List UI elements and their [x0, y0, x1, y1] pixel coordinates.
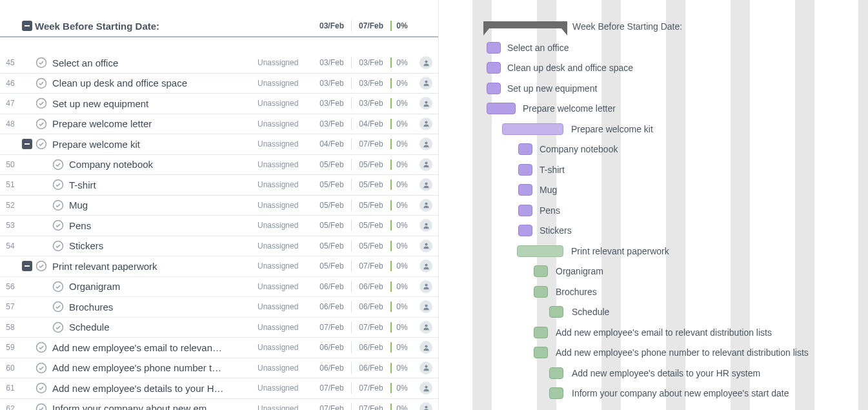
gantt-bar[interactable]: [534, 347, 548, 358]
collapse-icon[interactable]: [22, 21, 32, 31]
gantt-bar[interactable]: [487, 83, 501, 94]
check-circle-icon[interactable]: [35, 382, 47, 394]
assign-user-icon[interactable]: [419, 77, 432, 90]
assignee[interactable]: Unassigned: [257, 282, 312, 291]
assignee[interactable]: Unassigned: [257, 201, 312, 210]
task-title[interactable]: Stickers: [66, 240, 257, 251]
progress-pct[interactable]: 0%: [390, 261, 414, 271]
task-title[interactable]: T-shirt: [66, 179, 257, 190]
gantt-bar[interactable]: [502, 123, 563, 135]
end-date[interactable]: 07/Feb: [352, 323, 390, 332]
task-title[interactable]: Schedule: [66, 322, 257, 333]
task-title[interactable]: Set up new equipment: [49, 98, 257, 109]
end-date[interactable]: 03/Feb: [352, 79, 390, 88]
assignee[interactable]: Unassigned: [257, 364, 312, 373]
start-date[interactable]: 03/Feb: [312, 99, 351, 108]
assignee[interactable]: Unassigned: [257, 384, 312, 393]
task-title[interactable]: Mug: [66, 200, 257, 210]
gantt-bar[interactable]: [534, 265, 548, 277]
check-circle-icon[interactable]: [35, 403, 47, 410]
start-date[interactable]: 03/Feb: [312, 119, 351, 128]
progress-pct[interactable]: 0%: [390, 364, 414, 373]
progress-pct[interactable]: 0%: [390, 221, 414, 230]
task-title[interactable]: Organigram: [66, 281, 257, 292]
progress-pct[interactable]: 0%: [390, 180, 414, 189]
end-date[interactable]: 07/Feb: [352, 261, 390, 271]
end-date[interactable]: 04/Feb: [352, 119, 390, 128]
assignee[interactable]: Unassigned: [257, 79, 312, 88]
assign-user-icon[interactable]: [419, 300, 432, 313]
start-date[interactable]: 06/Feb: [312, 302, 351, 311]
assignee[interactable]: Unassigned: [257, 261, 312, 271]
progress-pct[interactable]: 0%: [390, 282, 414, 291]
check-circle-icon[interactable]: [52, 220, 64, 231]
start-date[interactable]: 05/Feb: [312, 201, 351, 210]
gantt-bar[interactable]: [518, 143, 532, 155]
progress-pct[interactable]: 0%: [390, 201, 414, 210]
gantt-group-bar[interactable]: [483, 21, 567, 28]
assignee[interactable]: Unassigned: [257, 323, 312, 332]
gantt-bar[interactable]: [549, 387, 563, 399]
progress-pct[interactable]: 0%: [390, 404, 414, 410]
end-date[interactable]: 07/Feb: [352, 384, 390, 393]
assign-user-icon[interactable]: [419, 362, 432, 374]
task-row[interactable]: Prepare welcome kitUnassigned04/Feb07/Fe…: [0, 134, 438, 155]
task-row[interactable]: Print relevant paperworkUnassigned05/Feb…: [0, 256, 438, 277]
progress-pct[interactable]: 0%: [390, 160, 414, 169]
gantt-bar[interactable]: [487, 42, 501, 54]
task-title[interactable]: Company notebook: [66, 159, 257, 170]
end-date[interactable]: 06/Feb: [352, 302, 390, 311]
assign-user-icon[interactable]: [419, 138, 432, 150]
start-date[interactable]: 05/Feb: [312, 261, 351, 271]
collapse-icon[interactable]: [22, 261, 32, 271]
task-row[interactable]: 50Company notebookUnassigned05/Feb05/Feb…: [0, 155, 438, 176]
check-circle-icon[interactable]: [52, 240, 64, 252]
progress-pct[interactable]: 0%: [390, 139, 414, 149]
start-date[interactable]: 03/Feb: [312, 58, 351, 67]
assign-user-icon[interactable]: [419, 178, 432, 191]
assign-user-icon[interactable]: [419, 219, 432, 232]
gantt-bar[interactable]: [518, 205, 532, 216]
end-date[interactable]: 06/Feb: [352, 364, 390, 373]
start-date[interactable]: 06/Feb: [312, 282, 351, 291]
assignee[interactable]: Unassigned: [257, 221, 312, 230]
assign-user-icon[interactable]: [419, 382, 432, 395]
check-circle-icon[interactable]: [52, 179, 64, 190]
progress-pct[interactable]: 0%: [390, 241, 414, 251]
end-date[interactable]: 05/Feb: [352, 201, 390, 210]
check-circle-icon[interactable]: [35, 118, 47, 130]
check-circle-icon[interactable]: [35, 57, 47, 68]
task-row[interactable]: 60Add new employee's phone number t…Unas…: [0, 358, 438, 379]
assignee[interactable]: Unassigned: [257, 160, 312, 169]
gantt-bar[interactable]: [549, 306, 563, 318]
task-row[interactable]: 62Inform your company about new em…Unass…: [0, 399, 438, 411]
gantt-bar[interactable]: [518, 225, 532, 236]
task-title[interactable]: Add new employee's details to your H…: [49, 383, 257, 394]
end-date[interactable]: 07/Feb: [352, 139, 390, 149]
gantt-panel[interactable]: Week Before Starting Date: Select an off…: [439, 0, 868, 410]
check-circle-icon[interactable]: [52, 200, 64, 211]
progress-pct[interactable]: 0%: [390, 99, 414, 108]
task-row[interactable]: 61Add new employee's details to your H…U…: [0, 378, 438, 399]
end-date[interactable]: 05/Feb: [352, 160, 390, 169]
task-title[interactable]: Pens: [66, 220, 257, 231]
assign-user-icon[interactable]: [419, 341, 432, 354]
start-date[interactable]: 06/Feb: [312, 364, 351, 373]
check-circle-icon[interactable]: [35, 138, 47, 150]
assign-user-icon[interactable]: [419, 97, 432, 110]
group-title[interactable]: Week Before Starting Date:: [34, 21, 257, 32]
task-title[interactable]: Print relevant paperwork: [49, 261, 257, 272]
task-row[interactable]: 46Clean up desk and office spaceUnassign…: [0, 74, 438, 94]
assign-user-icon[interactable]: [419, 118, 432, 130]
task-title[interactable]: Prepare welcome letter: [49, 118, 257, 129]
end-date[interactable]: 05/Feb: [352, 241, 390, 251]
task-row[interactable]: 56OrganigramUnassigned06/Feb06/Feb0%: [0, 277, 438, 298]
task-row[interactable]: 52MugUnassigned05/Feb05/Feb0%: [0, 196, 438, 216]
assign-user-icon[interactable]: [419, 321, 432, 334]
gantt-bar[interactable]: [518, 184, 532, 196]
gantt-bar[interactable]: [549, 367, 563, 379]
gantt-bar[interactable]: [517, 245, 563, 257]
gantt-bar[interactable]: [487, 103, 516, 114]
assignee[interactable]: Unassigned: [257, 139, 312, 149]
task-title[interactable]: Prepare welcome kit: [49, 139, 257, 150]
